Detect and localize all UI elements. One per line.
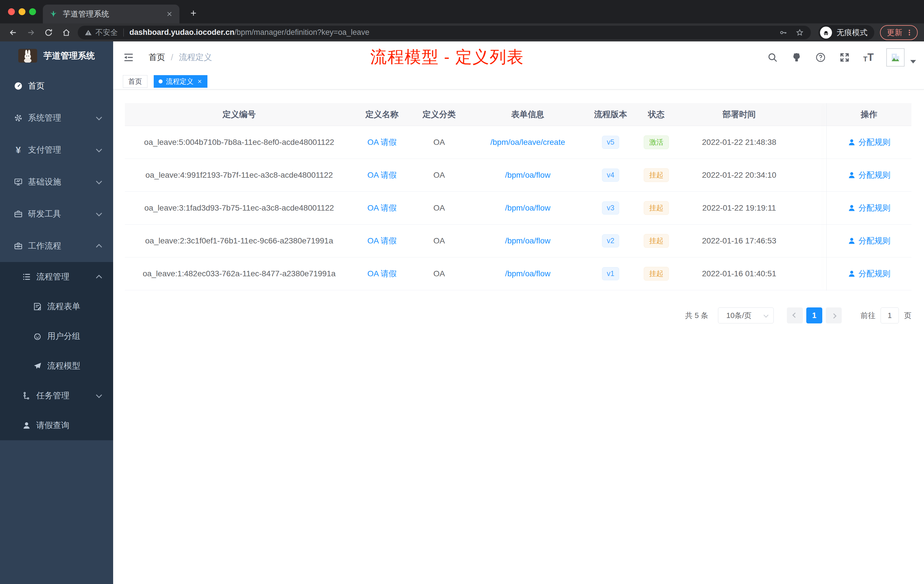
github-icon[interactable] <box>791 52 802 63</box>
tags-view: 首页 流程定义 <box>113 73 924 89</box>
form-link[interactable]: /bpm/oa/flow <box>505 269 551 278</box>
column-header: 部署时间 <box>679 109 799 120</box>
definition-category: OA <box>411 203 468 213</box>
user-icon <box>848 171 856 179</box>
tag-current[interactable]: 流程定义 <box>154 75 208 88</box>
maximize-window-button[interactable] <box>29 8 36 15</box>
sidebar-item-payment[interactable]: ¥支付管理 <box>0 134 113 166</box>
chevron-right-icon <box>831 313 836 318</box>
sidebar-menu: 首页系统管理¥支付管理基础设施研发工具工作流程流程管理流程表单用户分组流程模型任… <box>0 70 113 440</box>
definition-table: 定义编号 定义名称 定义分类 表单信息 流程版本 状态 部署时间 操作 oa_l… <box>125 103 911 290</box>
font-size-icon[interactable]: TT <box>863 52 874 63</box>
form-link[interactable]: /bpm/oa/flow <box>505 171 551 180</box>
definition-name-link[interactable]: OA 请假 <box>368 268 397 279</box>
browser-tab[interactable]: 芋道管理系统 <box>43 5 180 23</box>
page-url[interactable]: dashboard.yudao.iocoder.cn/bpm/manager/d… <box>129 28 779 37</box>
avatar-caret-down-icon[interactable] <box>910 60 916 63</box>
definition-category: OA <box>411 269 468 278</box>
sidebar-item-workflow[interactable]: 工作流程 <box>0 230 113 262</box>
security-label[interactable]: 不安全 <box>96 27 118 38</box>
definition-name-link[interactable]: OA 请假 <box>368 203 397 213</box>
next-page-button[interactable] <box>826 307 842 323</box>
definition-name-link[interactable]: OA 请假 <box>368 170 397 181</box>
sidebar-item-infrastructure[interactable]: 基础设施 <box>0 166 113 198</box>
assign-rule-button[interactable]: 分配规则 <box>848 137 891 148</box>
definition-id: oa_leave:1:482ec033-762a-11ec-8477-a2380… <box>125 269 353 278</box>
goto-label: 前往 <box>861 310 875 320</box>
tab-close-icon[interactable] <box>166 10 173 18</box>
bookmark-star-icon[interactable] <box>795 28 804 37</box>
form-link[interactable]: /bpm/oa/leave/create <box>490 138 565 147</box>
form-icon <box>33 302 42 311</box>
window-controls[interactable] <box>8 8 36 15</box>
user-icon <box>848 138 856 146</box>
assign-rule-button[interactable]: 分配规则 <box>848 268 891 279</box>
column-header: 定义编号 <box>125 109 353 120</box>
avatar[interactable] <box>886 48 904 66</box>
status-badge: 挂起 <box>644 201 669 215</box>
favicon-leaf-icon <box>49 10 58 18</box>
forward-icon[interactable] <box>26 28 35 37</box>
sidebar: 芋道管理系统 首页系统管理¥支付管理基础设施研发工具工作流程流程管理流程表单用户… <box>0 41 113 584</box>
sidebar-item-system[interactable]: 系统管理 <box>0 102 113 134</box>
definition-name-link[interactable]: OA 请假 <box>368 236 397 246</box>
total-count: 共 5 条 <box>685 310 708 320</box>
status-badge: 激活 <box>644 135 669 149</box>
address-bar[interactable]: 不安全 dashboard.yudao.iocoder.cn/bpm/manag… <box>78 26 811 40</box>
page-number-button[interactable]: 1 <box>806 307 822 323</box>
reload-icon[interactable] <box>44 28 53 37</box>
browser-menu-dots-icon[interactable] <box>906 29 913 36</box>
definition-id: oa_leave:4:991f2193-7b7f-11ec-a3c8-acde4… <box>125 171 353 180</box>
assign-rule-button[interactable]: 分配规则 <box>848 236 891 246</box>
assign-rule-button[interactable]: 分配规则 <box>848 203 891 213</box>
app-logo-row[interactable]: 芋道管理系统 <box>0 41 113 70</box>
sidebar-item-user-group[interactable]: 用户分组 <box>0 322 113 351</box>
breadcrumb-home[interactable]: 首页 <box>148 52 165 63</box>
status-badge: 挂起 <box>644 267 669 280</box>
fixed-column-divider <box>826 103 827 290</box>
form-link[interactable]: /bpm/oa/flow <box>505 203 551 213</box>
sidebar-item-leave-query[interactable]: 请假查询 <box>0 411 113 440</box>
prev-page-button[interactable] <box>787 307 803 323</box>
user-icon <box>848 204 856 212</box>
form-link[interactable]: /bpm/oa/flow <box>505 236 551 246</box>
version-badge: v2 <box>602 234 619 247</box>
sidebar-item-devtools[interactable]: 研发工具 <box>0 198 113 230</box>
not-secure-warning-icon[interactable] <box>84 29 92 36</box>
sidebar-item-process-form[interactable]: 流程表单 <box>0 292 113 322</box>
definition-category: OA <box>411 138 468 147</box>
sidebar-item-process-mgmt[interactable]: 流程管理 <box>0 262 113 292</box>
version-badge: v4 <box>602 168 619 182</box>
password-key-icon[interactable] <box>779 28 787 37</box>
definition-name-link[interactable]: OA 请假 <box>368 137 397 148</box>
sidebar-item-task-mgmt[interactable]: 任务管理 <box>0 381 113 411</box>
back-icon[interactable] <box>8 28 18 37</box>
home-icon[interactable] <box>62 28 71 37</box>
page-size-select[interactable]: 10条/页 <box>718 307 774 323</box>
chevron-down-icon <box>96 392 102 398</box>
goto-page-input[interactable]: 1 <box>881 307 899 323</box>
assign-rule-button[interactable]: 分配规则 <box>848 170 891 181</box>
incognito-label: 无痕模式 <box>837 27 868 38</box>
briefcase-icon <box>14 241 23 251</box>
sidebar-item-home[interactable]: 首页 <box>0 70 113 102</box>
navbar-actions: TT <box>754 48 916 66</box>
incognito-badge: 无痕模式 <box>818 25 874 40</box>
minimize-window-button[interactable] <box>18 8 25 15</box>
help-icon[interactable] <box>815 52 826 63</box>
close-window-button[interactable] <box>8 8 15 15</box>
tag-home[interactable]: 首页 <box>123 75 147 88</box>
new-tab-button[interactable] <box>189 9 198 17</box>
version-badge: v5 <box>602 136 619 149</box>
tag-close-icon[interactable] <box>197 79 203 84</box>
collapse-sidebar-icon[interactable] <box>123 52 134 63</box>
sidebar-item-process-model[interactable]: 流程模型 <box>0 351 113 381</box>
definition-id: oa_leave:3:1fad3d93-7b75-11ec-a3c8-acde4… <box>125 203 353 213</box>
annotation-title: 流程模型 - 定义列表 <box>370 46 524 68</box>
fullscreen-icon[interactable] <box>839 52 850 63</box>
monitor-icon <box>14 177 23 186</box>
user-icon <box>22 421 31 430</box>
table-header: 定义编号 定义名称 定义分类 表单信息 流程版本 状态 部署时间 操作 <box>125 103 911 126</box>
browser-update-button[interactable]: 更新 <box>880 25 918 40</box>
search-icon[interactable] <box>767 52 778 63</box>
